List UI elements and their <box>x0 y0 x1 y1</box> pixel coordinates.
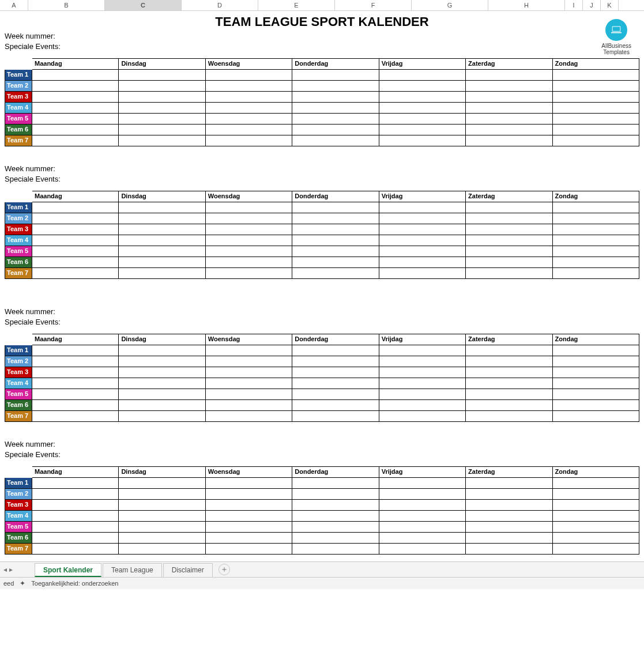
schedule-cell[interactable] <box>466 544 552 555</box>
schedule-cell[interactable] <box>206 400 292 411</box>
schedule-cell[interactable] <box>466 345 552 356</box>
schedule-cell[interactable] <box>119 114 205 125</box>
accessibility-icon[interactable]: ✦ <box>20 579 25 587</box>
schedule-cell[interactable] <box>379 125 466 135</box>
schedule-cell[interactable] <box>466 489 552 500</box>
schedule-cell[interactable] <box>32 533 119 544</box>
schedule-cell[interactable] <box>292 235 379 246</box>
schedule-cell[interactable] <box>379 268 466 279</box>
schedule-cell[interactable] <box>32 378 119 389</box>
sheet-tab[interactable]: Team League <box>103 563 162 577</box>
schedule-cell[interactable] <box>553 389 639 400</box>
schedule-cell[interactable] <box>379 135 466 146</box>
schedule-cell[interactable] <box>119 489 205 500</box>
schedule-cell[interactable] <box>379 224 466 235</box>
column-header-A[interactable]: A <box>0 0 28 10</box>
schedule-cell[interactable] <box>553 511 639 522</box>
schedule-cell[interactable] <box>119 135 205 146</box>
column-header-B[interactable]: B <box>28 0 105 10</box>
schedule-cell[interactable] <box>553 246 639 257</box>
schedule-cell[interactable] <box>466 257 552 268</box>
schedule-cell[interactable] <box>32 92 119 103</box>
schedule-cell[interactable] <box>553 411 639 422</box>
schedule-cell[interactable] <box>553 213 639 224</box>
schedule-cell[interactable] <box>206 213 292 224</box>
schedule-cell[interactable] <box>119 411 205 422</box>
schedule-cell[interactable] <box>206 478 292 489</box>
schedule-cell[interactable] <box>466 389 552 400</box>
schedule-cell[interactable] <box>32 70 119 81</box>
schedule-cell[interactable] <box>119 367 205 378</box>
schedule-cell[interactable] <box>466 135 552 146</box>
schedule-cell[interactable] <box>32 257 119 268</box>
schedule-cell[interactable] <box>32 268 119 279</box>
column-header-D[interactable]: D <box>182 0 258 10</box>
sheet-tab[interactable]: Disclaimer <box>163 563 213 577</box>
schedule-cell[interactable] <box>466 511 552 522</box>
schedule-cell[interactable] <box>292 356 379 367</box>
schedule-cell[interactable] <box>553 235 639 246</box>
column-header-C[interactable]: C <box>105 0 182 10</box>
schedule-cell[interactable] <box>379 257 466 268</box>
schedule-cell[interactable] <box>379 345 466 356</box>
schedule-cell[interactable] <box>292 81 379 92</box>
schedule-cell[interactable] <box>32 367 119 378</box>
schedule-cell[interactable] <box>32 411 119 422</box>
schedule-cell[interactable] <box>119 81 205 92</box>
schedule-cell[interactable] <box>32 135 119 146</box>
schedule-cell[interactable] <box>466 246 552 257</box>
schedule-cell[interactable] <box>32 81 119 92</box>
schedule-cell[interactable] <box>119 478 205 489</box>
schedule-cell[interactable] <box>466 114 552 125</box>
schedule-cell[interactable] <box>206 367 292 378</box>
schedule-cell[interactable] <box>32 103 119 114</box>
schedule-cell[interactable] <box>379 478 466 489</box>
schedule-cell[interactable] <box>466 478 552 489</box>
schedule-cell[interactable] <box>466 224 552 235</box>
schedule-cell[interactable] <box>32 213 119 224</box>
schedule-cell[interactable] <box>553 544 639 555</box>
tab-nav-next-icon[interactable]: ▸ <box>9 565 13 574</box>
schedule-cell[interactable] <box>292 202 379 213</box>
schedule-cell[interactable] <box>206 500 292 511</box>
schedule-cell[interactable] <box>379 378 466 389</box>
schedule-cell[interactable] <box>206 356 292 367</box>
schedule-cell[interactable] <box>553 135 639 146</box>
schedule-cell[interactable] <box>379 213 466 224</box>
schedule-cell[interactable] <box>553 378 639 389</box>
schedule-cell[interactable] <box>206 103 292 114</box>
schedule-cell[interactable] <box>553 522 639 533</box>
schedule-cell[interactable] <box>379 70 466 81</box>
schedule-cell[interactable] <box>119 400 205 411</box>
schedule-cell[interactable] <box>379 114 466 125</box>
schedule-cell[interactable] <box>32 224 119 235</box>
schedule-cell[interactable] <box>292 135 379 146</box>
schedule-cell[interactable] <box>379 92 466 103</box>
schedule-cell[interactable] <box>119 224 205 235</box>
schedule-cell[interactable] <box>206 202 292 213</box>
schedule-cell[interactable] <box>206 81 292 92</box>
schedule-cell[interactable] <box>466 500 552 511</box>
sheet-tab[interactable]: Sport Kalender <box>35 563 101 577</box>
schedule-cell[interactable] <box>553 125 639 135</box>
schedule-cell[interactable] <box>32 389 119 400</box>
schedule-cell[interactable] <box>32 511 119 522</box>
schedule-cell[interactable] <box>292 103 379 114</box>
schedule-cell[interactable] <box>292 224 379 235</box>
schedule-cell[interactable] <box>206 92 292 103</box>
schedule-cell[interactable] <box>32 235 119 246</box>
schedule-cell[interactable] <box>119 522 205 533</box>
schedule-cell[interactable] <box>553 70 639 81</box>
schedule-cell[interactable] <box>119 511 205 522</box>
column-header-K[interactable]: K <box>601 0 619 10</box>
schedule-cell[interactable] <box>119 213 205 224</box>
schedule-cell[interactable] <box>466 411 552 422</box>
schedule-cell[interactable] <box>379 103 466 114</box>
schedule-cell[interactable] <box>466 367 552 378</box>
schedule-cell[interactable] <box>119 70 205 81</box>
schedule-cell[interactable] <box>206 511 292 522</box>
schedule-cell[interactable] <box>379 235 466 246</box>
schedule-cell[interactable] <box>206 411 292 422</box>
schedule-cell[interactable] <box>292 544 379 555</box>
schedule-cell[interactable] <box>292 125 379 135</box>
